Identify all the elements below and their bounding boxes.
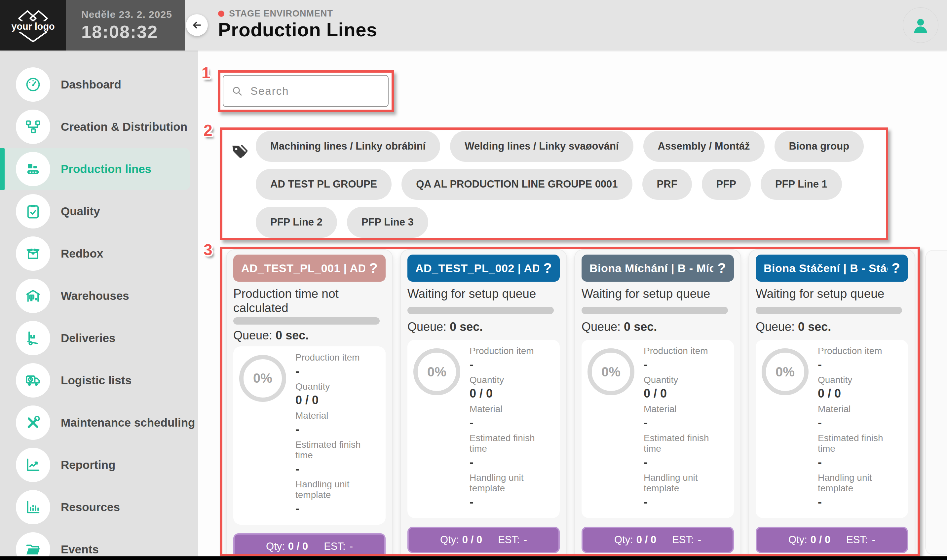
qty-est-button[interactable]: Qty: 0 / 0 EST: - <box>233 533 386 560</box>
tag-chip[interactable]: PRF <box>642 169 692 200</box>
truck-clock-icon <box>16 363 50 398</box>
production-line-card[interactable]: Biona Míchání | B - Míc... ? Waiting for… <box>574 249 741 560</box>
detail-value: - <box>469 455 554 469</box>
detail-list: Production item - Quantity 0 / 0 Materia… <box>644 346 728 512</box>
help-icon[interactable]: ? <box>369 260 378 276</box>
tag-chip[interactable]: Machining lines / Linky obrábìní <box>256 131 440 162</box>
detail-value: - <box>469 416 554 429</box>
environment-dot-icon <box>218 11 224 17</box>
detail-value: 0 / 0 <box>295 393 379 407</box>
detail-label: Material <box>469 404 554 414</box>
detail-value: 0 / 0 <box>818 387 902 400</box>
help-icon[interactable]: ? <box>717 260 726 276</box>
progress-bar <box>581 307 728 314</box>
detail-label: Production item <box>469 346 554 356</box>
card-title: AD_TEST_PL_001 | AD T... <box>241 262 365 275</box>
production-line-card[interactable]: Biona Stáčení | B - Stáč... ? Waiting fo… <box>748 249 915 560</box>
est-value: - <box>872 534 875 546</box>
detail-label: Estimated finish time <box>295 440 379 461</box>
help-icon[interactable]: ? <box>543 260 552 276</box>
card-header[interactable]: Biona Míchání | B - Míc... ? <box>581 255 734 282</box>
tag-chip[interactable]: PFP Line 3 <box>347 207 428 238</box>
tag-chip[interactable]: PFP Line 1 <box>760 169 842 200</box>
sidebar-item-creation-distribution[interactable]: Creation & Distribution <box>0 106 198 148</box>
sidebar-item-dashboard[interactable]: Dashboard <box>0 63 198 106</box>
open-box-icon <box>16 236 50 271</box>
detail-panel: 0% Production item - Quantity 0 / 0 Mate… <box>756 340 908 518</box>
sidebar-item-deliveries[interactable]: Deliveries <box>0 317 198 359</box>
queue-value: 0 sec. <box>624 320 657 334</box>
back-button[interactable] <box>186 14 208 36</box>
sidebar-item-label: Deliveries <box>61 331 115 345</box>
progress-bar <box>756 307 902 314</box>
qty-est-button[interactable]: Qty: 0 / 0 EST: - <box>756 527 908 553</box>
sidebar-item-maintenance-scheduling[interactable]: Maintenance scheduling <box>0 402 198 444</box>
logo-text: your logo <box>11 21 54 31</box>
help-icon[interactable]: ? <box>891 260 900 276</box>
top-bar: your logo Neděle 23. 2. 2025 18:08:32 ST… <box>0 0 947 51</box>
bottom-edge-strip <box>0 556 947 560</box>
qty-label: Qty: <box>788 534 807 546</box>
sidebar-item-label: Resources <box>61 500 120 514</box>
sidebar-item-resources[interactable]: Resources <box>0 486 198 528</box>
qty-est-button[interactable]: Qty: 0 / 0 EST: - <box>581 527 734 553</box>
user-profile-button[interactable] <box>903 7 938 43</box>
qty-est-button[interactable]: Qty: 0 / 0 EST: - <box>407 527 560 553</box>
detail-value: - <box>644 455 728 469</box>
qty-value: 0 / 0 <box>288 540 308 552</box>
environment-indicator: STAGE ENVIRONMENT <box>218 9 333 19</box>
detail-list: Production item - Quantity 0 / 0 Materia… <box>295 352 379 519</box>
progress-percent: 0% <box>776 365 795 379</box>
card-header[interactable]: Biona Stáčení | B - Stáč... ? <box>756 255 908 282</box>
sidebar-item-events[interactable]: Events <box>0 528 198 560</box>
detail-label: Material <box>818 404 902 414</box>
tag-chip[interactable]: AD TEST PL GROUPE <box>256 169 392 200</box>
sidebar-item-logistic-lists[interactable]: Logistic lists <box>0 359 198 402</box>
conveyor-icon <box>16 152 50 186</box>
sidebar-item-label: Events <box>61 543 99 556</box>
detail-panel: 0% Production item - Quantity 0 / 0 Mate… <box>581 340 734 518</box>
detail-value: - <box>469 358 554 371</box>
detail-label: Estimated finish time <box>644 433 728 454</box>
detail-label: Estimated finish time <box>469 433 554 454</box>
tag-chip[interactable]: Welding lines / Linky svaøování <box>450 131 633 162</box>
sidebar-item-production-lines[interactable]: Production lines <box>0 148 190 190</box>
sidebar-item-label: Warehouses <box>61 289 129 303</box>
production-line-card[interactable]: AD_TEST_PL_002 | AD ... ? Waiting for se… <box>400 249 567 560</box>
tag-chip[interactable]: Biona group <box>774 131 864 162</box>
environment-label: STAGE ENVIRONMENT <box>229 9 333 19</box>
detail-list: Production item - Quantity 0 / 0 Materia… <box>469 346 554 512</box>
user-icon <box>910 14 932 36</box>
sidebar-item-reporting[interactable]: Reporting <box>0 444 198 486</box>
detail-value: - <box>818 416 902 429</box>
detail-label: Material <box>295 411 379 421</box>
annotation-number-1: 1 <box>202 64 210 82</box>
queue-time: Queue: 0 sec. <box>233 329 386 342</box>
sidebar-item-redbox[interactable]: Redbox <box>0 232 198 275</box>
tag-chip[interactable]: QA AL PRODUCTION LINE GROUPE 0001 <box>401 169 632 200</box>
detail-value: - <box>818 455 902 469</box>
queue-time: Queue: 0 sec. <box>581 320 734 334</box>
sidebar-nav: Dashboard Creation & Distribution Produc… <box>0 51 198 560</box>
sidebar-item-quality[interactable]: Quality <box>0 190 198 232</box>
production-line-card[interactable]: AD_TEST_PL_001 | AD T... ? Production ti… <box>226 249 393 560</box>
card-header[interactable]: AD_TEST_PL_002 | AD ... ? <box>407 255 560 282</box>
detail-label: Handling unit template <box>469 472 554 494</box>
progress-ring: 0% <box>413 348 460 395</box>
detail-panel: 0% Production item - Quantity 0 / 0 Mate… <box>233 346 386 525</box>
search-input[interactable] <box>250 85 392 98</box>
queue-value: 0 sec. <box>450 320 483 334</box>
datetime-panel: Neděle 23. 2. 2025 18:08:32 <box>66 0 185 51</box>
sidebar-item-warehouses[interactable]: Warehouses <box>0 275 198 317</box>
tag-chip[interactable]: PFP Line 2 <box>256 207 337 238</box>
logo-emblem-icon: your logo <box>8 4 58 46</box>
progress-percent: 0% <box>602 365 620 379</box>
search-field[interactable] <box>223 75 389 107</box>
card-header[interactable]: AD_TEST_PL_001 | AD T... ? <box>233 255 386 282</box>
tag-chip[interactable]: Assembly / Montáž <box>643 131 765 162</box>
progress-ring: 0% <box>239 355 286 402</box>
sidebar-item-label: Quality <box>61 205 100 218</box>
detail-value: - <box>295 422 379 436</box>
tag-chip[interactable]: PFP <box>702 169 751 200</box>
gauge-icon <box>16 67 50 102</box>
